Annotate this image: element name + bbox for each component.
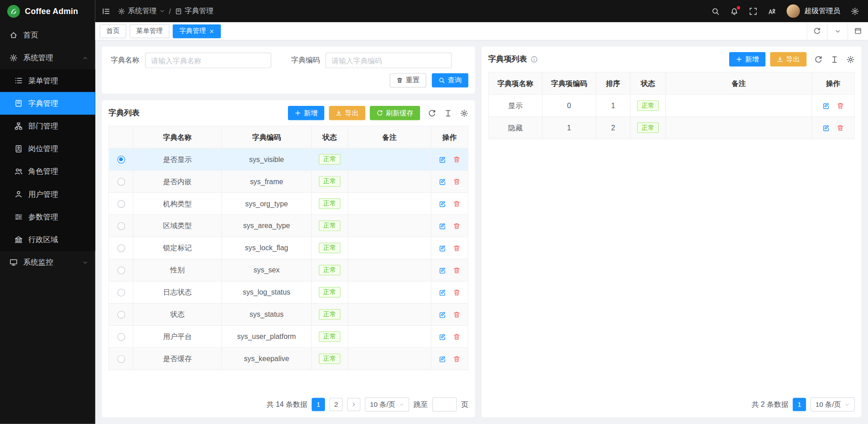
sidebar-item-region[interactable]: 行政区域 bbox=[0, 228, 95, 251]
tab-dict-mgmt[interactable]: 字典管理 bbox=[173, 24, 221, 38]
sidebar-item-user-mgmt[interactable]: 用户管理 bbox=[0, 183, 95, 205]
sidebar-item-param-mgmt[interactable]: 参数管理 bbox=[0, 205, 95, 228]
row-radio[interactable] bbox=[117, 333, 125, 340]
sidebar-item-role-mgmt[interactable]: 角色管理 bbox=[0, 160, 95, 183]
jump-page-input[interactable] bbox=[432, 397, 457, 412]
info-icon[interactable] bbox=[530, 55, 538, 63]
page-size-select[interactable]: 10 条/页 bbox=[365, 397, 409, 412]
page-size-select[interactable]: 10 条/页 bbox=[811, 397, 855, 412]
delete-icon[interactable] bbox=[453, 310, 461, 318]
refresh-icon[interactable] bbox=[807, 22, 827, 40]
settings-icon[interactable] bbox=[851, 7, 859, 15]
row-radio[interactable] bbox=[117, 244, 125, 252]
total-count: 共 14 条数据 bbox=[267, 400, 307, 410]
edit-icon[interactable] bbox=[822, 102, 830, 110]
export-button[interactable]: 导出 bbox=[329, 106, 365, 120]
sidebar-item-system[interactable]: 系统管理 bbox=[0, 47, 95, 69]
sidebar-item-home[interactable]: 首页 bbox=[0, 24, 95, 47]
tab-home[interactable]: 首页 bbox=[99, 24, 126, 38]
dict-code-input[interactable] bbox=[326, 52, 452, 68]
table-row[interactable]: 是否缓存 sys_keepalive 正常 bbox=[109, 348, 467, 370]
edit-icon[interactable] bbox=[439, 177, 446, 185]
table-row[interactable]: 性别 sys_sex 正常 bbox=[109, 259, 467, 281]
page-next-icon[interactable] bbox=[347, 398, 360, 411]
row-radio[interactable] bbox=[117, 177, 125, 185]
query-button[interactable]: 查询 bbox=[432, 73, 468, 88]
search-icon[interactable] bbox=[711, 7, 719, 15]
dict-name-input[interactable] bbox=[145, 52, 271, 68]
refresh-cache-button[interactable]: 刷新缓存 bbox=[370, 106, 420, 120]
sidebar-item-monitor[interactable]: 系统监控 bbox=[0, 251, 95, 274]
settings-icon[interactable] bbox=[460, 109, 468, 117]
column-settings-icon[interactable] bbox=[830, 55, 839, 63]
delete-icon[interactable] bbox=[453, 288, 461, 296]
edit-icon[interactable] bbox=[822, 124, 830, 132]
add-button[interactable]: 新增 bbox=[729, 52, 766, 67]
refresh-icon[interactable] bbox=[814, 55, 822, 63]
app-logo[interactable]: Coffee Admin bbox=[0, 0, 95, 22]
table-row[interactable]: 是否内嵌 sys_frame 正常 bbox=[109, 171, 467, 193]
delete-icon[interactable] bbox=[453, 155, 461, 163]
delete-icon[interactable] bbox=[453, 266, 461, 274]
dict-list-tools bbox=[428, 109, 468, 117]
table-row[interactable]: 用户平台 sys_user_platform 正常 bbox=[109, 326, 467, 348]
table-row[interactable]: 机构类型 sys_org_type 正常 bbox=[109, 193, 467, 215]
delete-icon[interactable] bbox=[836, 102, 844, 110]
breadcrumb-dict[interactable]: 字典管理 bbox=[175, 6, 213, 16]
edit-icon[interactable] bbox=[439, 310, 446, 318]
user-menu[interactable]: 超级管理员 bbox=[787, 5, 840, 18]
content-fullscreen-icon[interactable] bbox=[848, 22, 868, 40]
sidebar-item-post-mgmt[interactable]: 岗位管理 bbox=[0, 138, 95, 160]
table-row[interactable]: 日志状态 sys_log_status 正常 bbox=[109, 281, 467, 304]
delete-icon[interactable] bbox=[453, 244, 461, 252]
edit-icon[interactable] bbox=[439, 266, 446, 274]
chevron-down-icon[interactable] bbox=[827, 22, 847, 40]
sidebar-item-dict-mgmt[interactable]: 字典管理 bbox=[0, 92, 95, 114]
page-1-button[interactable]: 1 bbox=[312, 398, 325, 411]
edit-icon[interactable] bbox=[439, 244, 446, 252]
refresh-icon[interactable] bbox=[428, 109, 436, 117]
delete-icon[interactable] bbox=[453, 355, 461, 362]
row-radio[interactable] bbox=[117, 200, 125, 207]
row-radio[interactable] bbox=[117, 310, 125, 318]
edit-icon[interactable] bbox=[439, 200, 446, 207]
sidebar-toggle-icon[interactable] bbox=[102, 7, 110, 15]
sidebar-item-dept-mgmt[interactable]: 部门管理 bbox=[0, 114, 95, 137]
table-row[interactable]: 隐藏 1 2 正常 bbox=[489, 117, 854, 139]
reset-button[interactable]: 重置 bbox=[390, 73, 426, 88]
table-row[interactable]: 显示 0 1 正常 bbox=[489, 95, 854, 117]
delete-icon[interactable] bbox=[453, 177, 461, 185]
row-radio[interactable] bbox=[117, 155, 125, 163]
edit-icon[interactable] bbox=[439, 333, 446, 340]
column-settings-icon[interactable] bbox=[444, 109, 452, 117]
fullscreen-icon[interactable] bbox=[749, 7, 757, 15]
tab-menu-mgmt[interactable]: 菜单管理 bbox=[130, 24, 170, 38]
row-radio[interactable] bbox=[117, 288, 125, 296]
table-row[interactable]: 区域类型 sys_area_type 正常 bbox=[109, 215, 467, 237]
row-radio[interactable] bbox=[117, 355, 125, 362]
row-radio[interactable] bbox=[117, 266, 125, 274]
edit-icon[interactable] bbox=[439, 288, 446, 296]
page-1-button[interactable]: 1 bbox=[793, 398, 806, 411]
delete-icon[interactable] bbox=[836, 124, 844, 132]
breadcrumb-system[interactable]: 系统管理 bbox=[118, 6, 165, 16]
page-2-button[interactable]: 2 bbox=[330, 398, 343, 411]
export-button[interactable]: 导出 bbox=[770, 52, 807, 67]
language-icon[interactable] bbox=[768, 7, 776, 15]
table-row[interactable]: 状态 sys_status 正常 bbox=[109, 304, 467, 326]
status-badge: 正常 bbox=[319, 198, 340, 209]
delete-icon[interactable] bbox=[453, 333, 461, 340]
add-button[interactable]: 新增 bbox=[288, 106, 325, 120]
edit-icon[interactable] bbox=[439, 222, 446, 229]
notification-icon[interactable] bbox=[730, 7, 738, 15]
delete-icon[interactable] bbox=[453, 222, 461, 229]
row-radio[interactable] bbox=[117, 222, 125, 229]
settings-icon[interactable] bbox=[846, 55, 854, 63]
close-icon[interactable] bbox=[209, 29, 214, 33]
edit-icon[interactable] bbox=[439, 355, 446, 362]
table-row[interactable]: 是否显示 sys_visible 正常 bbox=[109, 148, 467, 171]
table-row[interactable]: 锁定标记 sys_lock_flag 正常 bbox=[109, 237, 467, 259]
edit-icon[interactable] bbox=[439, 155, 446, 163]
delete-icon[interactable] bbox=[453, 200, 461, 207]
sidebar-item-menu-mgmt[interactable]: 菜单管理 bbox=[0, 69, 95, 92]
